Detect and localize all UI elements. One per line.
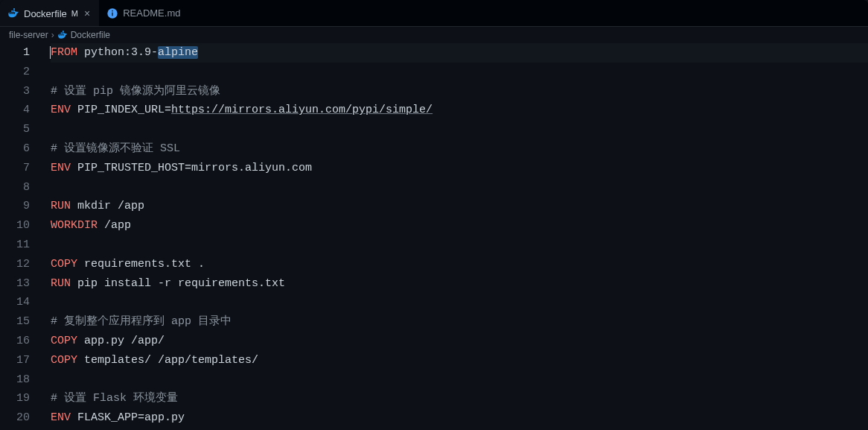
code-line[interactable]: WORKDIR /app bbox=[51, 216, 868, 235]
breadcrumb[interactable]: file-server › Dockerfile bbox=[0, 27, 868, 43]
code-content[interactable]: FROM python:3.9-alpine# 设置 pip 镜像源为阿里云镜像… bbox=[45, 43, 868, 430]
tab-readme[interactable]: README.md bbox=[99, 0, 188, 26]
code-line[interactable]: RUN mkdir /app bbox=[51, 197, 868, 216]
info-icon bbox=[106, 7, 118, 19]
line-number: 14 bbox=[0, 293, 30, 312]
svg-point-2 bbox=[112, 10, 113, 11]
code-line[interactable]: COPY requirements.txt . bbox=[51, 255, 868, 274]
svg-rect-1 bbox=[112, 12, 112, 16]
code-line[interactable] bbox=[51, 178, 868, 197]
crumb-folder: file-server bbox=[9, 30, 48, 40]
tab-dockerfile[interactable]: Dockerfile M × bbox=[0, 0, 99, 26]
code-editor[interactable]: 1234567891011121314151617181920 FROM pyt… bbox=[0, 43, 868, 430]
code-line[interactable]: ENV PIP_INDEX_URL=https://mirrors.aliyun… bbox=[51, 101, 868, 120]
line-number: 5 bbox=[0, 120, 30, 139]
code-line[interactable] bbox=[51, 293, 868, 312]
line-number: 6 bbox=[0, 139, 30, 159]
code-line[interactable] bbox=[51, 370, 868, 390]
modified-badge: M bbox=[71, 9, 78, 18]
line-number: 19 bbox=[0, 389, 30, 408]
code-line[interactable]: # 设置镜像源不验证 SSL bbox=[51, 139, 868, 159]
close-icon[interactable]: × bbox=[83, 7, 92, 19]
line-number: 12 bbox=[0, 255, 30, 274]
line-number: 13 bbox=[0, 274, 30, 294]
code-line[interactable]: COPY app.py /app/ bbox=[51, 332, 868, 351]
tab-label: Dockerfile bbox=[24, 8, 67, 19]
code-line[interactable]: RUN pip install -r requirements.txt bbox=[51, 274, 868, 294]
line-number: 8 bbox=[0, 178, 30, 197]
code-line[interactable]: # 设置 Flask 环境变量 bbox=[51, 389, 868, 408]
chevron-right-icon: › bbox=[51, 30, 54, 40]
line-number: 20 bbox=[0, 408, 30, 428]
code-line[interactable]: ENV FLASK_APP=app.py bbox=[51, 408, 868, 428]
docker-icon bbox=[7, 7, 19, 19]
line-number: 16 bbox=[0, 332, 30, 351]
line-number: 17 bbox=[0, 351, 30, 370]
line-number: 11 bbox=[0, 235, 30, 255]
code-line[interactable]: # 复制整个应用程序到 app 目录中 bbox=[51, 312, 868, 332]
tab-bar: Dockerfile M × README.md bbox=[0, 0, 868, 27]
line-number: 7 bbox=[0, 159, 30, 178]
line-number: 18 bbox=[0, 370, 30, 390]
crumb-file: Dockerfile bbox=[71, 30, 110, 40]
line-number: 10 bbox=[0, 216, 30, 235]
line-number: 2 bbox=[0, 63, 30, 82]
code-line[interactable] bbox=[51, 235, 868, 255]
line-gutter: 1234567891011121314151617181920 bbox=[0, 43, 45, 430]
code-line[interactable] bbox=[51, 120, 868, 139]
tab-label: README.md bbox=[123, 7, 180, 19]
code-line[interactable]: # 设置 pip 镜像源为阿里云镜像 bbox=[51, 82, 868, 101]
line-number: 15 bbox=[0, 312, 30, 332]
code-line[interactable] bbox=[51, 63, 868, 82]
code-line[interactable]: FROM python:3.9-alpine bbox=[51, 43, 868, 63]
line-number: 1 bbox=[0, 43, 30, 63]
code-line[interactable]: ENV PIP_TRUSTED_HOST=mirrors.aliyun.com bbox=[51, 159, 868, 178]
code-line[interactable]: COPY templates/ /app/templates/ bbox=[51, 351, 868, 370]
line-number: 4 bbox=[0, 101, 30, 120]
docker-icon bbox=[57, 30, 68, 40]
line-number: 9 bbox=[0, 197, 30, 216]
line-number: 3 bbox=[0, 82, 30, 101]
